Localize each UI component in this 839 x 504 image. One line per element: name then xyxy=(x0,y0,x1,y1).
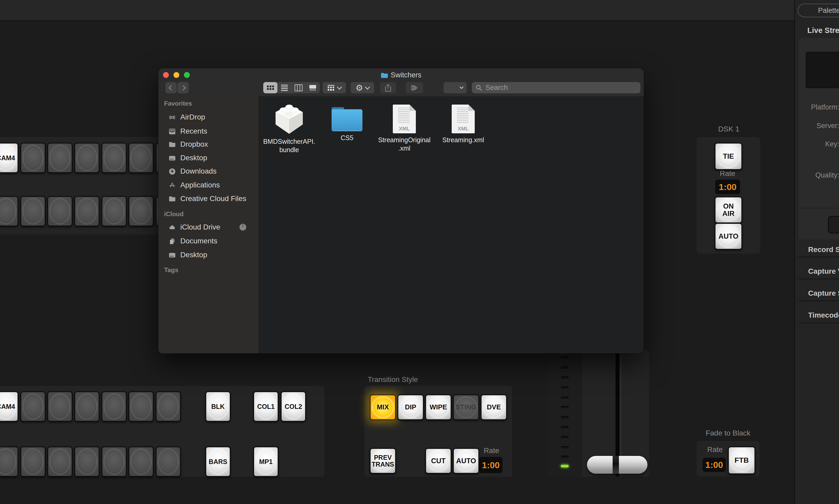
bus-button-blank[interactable] xyxy=(102,143,127,173)
bus-button-blank[interactable] xyxy=(20,391,46,422)
palettes-tab[interactable]: Palettes xyxy=(798,4,839,17)
cut-button[interactable]: CUT xyxy=(425,448,451,474)
bus-button-mp1[interactable]: MP1 xyxy=(253,447,278,477)
bus-button-blank[interactable] xyxy=(129,391,154,422)
bus-button-blank[interactable] xyxy=(102,447,127,477)
transition-style-dip-button[interactable]: DIP xyxy=(397,394,424,420)
sidebar-item-dropbox[interactable]: Dropbox xyxy=(168,138,254,150)
bus-button-blank[interactable] xyxy=(74,143,100,173)
sidebar-item-documents[interactable]: Documents xyxy=(168,235,254,247)
sidebar-item-desktop[interactable]: Desktop xyxy=(168,249,254,261)
file-label: CS5 xyxy=(341,134,354,142)
bus-button-blank[interactable] xyxy=(156,447,181,477)
file-item[interactable]: XML StreamingOriginal.xml xyxy=(373,105,436,152)
sidebar-item-creative-cloud-files[interactable]: Creative Cloud Files xyxy=(168,193,254,205)
dsk1-rate-display[interactable]: 1:00 xyxy=(715,180,740,194)
auto-button[interactable]: AUTO xyxy=(453,448,479,474)
bus-button-CAM4[interactable]: CAM4 xyxy=(0,143,18,173)
list-view-icon xyxy=(281,85,288,91)
sidebar-item-downloads[interactable]: Downloads xyxy=(168,165,254,177)
palette-section-divider xyxy=(799,322,839,324)
icon-view-button[interactable] xyxy=(263,82,277,93)
bus-button-blank[interactable] xyxy=(20,196,46,227)
dsk1-tie-button[interactable]: TIE xyxy=(715,143,742,170)
ftb-rate-display[interactable]: 1:00 xyxy=(703,458,726,472)
gear-icon: ⚙ xyxy=(356,84,363,92)
back-button[interactable] xyxy=(166,82,177,93)
finder-window[interactable]: Switchers ⚙ xyxy=(158,69,644,354)
transition-style-sting-button[interactable]: STING xyxy=(453,394,479,420)
bus-button-col1[interactable]: COL1 xyxy=(253,391,278,422)
sidebar-item-recents[interactable]: Recents xyxy=(168,125,254,137)
column-view-icon xyxy=(295,85,303,91)
dsk1-on-air-button[interactable]: ON AIR xyxy=(715,197,742,223)
view-mode-control[interactable] xyxy=(263,82,320,93)
file-item[interactable]: CS5 xyxy=(315,107,378,142)
bus-button-blank[interactable] xyxy=(102,196,127,227)
fader-led xyxy=(561,446,569,449)
bus-button-blank[interactable] xyxy=(74,447,100,477)
gallery-view-button[interactable] xyxy=(306,82,320,93)
file-item[interactable]: XML Streaming.xml xyxy=(432,105,495,144)
sidebar-item-desktop[interactable]: Desktop xyxy=(168,152,254,164)
transition-style-mix-button[interactable]: MIX xyxy=(370,394,396,420)
bus-button-blank[interactable] xyxy=(74,391,100,422)
search-input[interactable] xyxy=(485,84,622,92)
list-view-button[interactable] xyxy=(277,82,292,93)
ftb-button[interactable]: FTB xyxy=(728,447,755,474)
palette-section-record-st[interactable]: Record St xyxy=(808,246,839,254)
palette-section-capture-s[interactable]: Capture S xyxy=(808,289,839,298)
sidebar-section-favorites: Favorites xyxy=(164,100,192,107)
bus-button-bars[interactable]: BARS xyxy=(205,447,230,477)
bus-button-blank[interactable] xyxy=(74,196,100,227)
action-button[interactable]: ⚙ xyxy=(351,82,374,93)
sidebar-item-applications[interactable]: Applications xyxy=(168,179,254,191)
live-stream-field-label: Quality: xyxy=(796,171,839,179)
transition-style-dve-button[interactable]: DVE xyxy=(481,394,507,420)
finder-content[interactable]: BMDSwitcherAPI.bundle CS5 XML StreamingO… xyxy=(259,96,644,354)
fader-led xyxy=(561,397,569,399)
forward-button[interactable] xyxy=(177,82,189,93)
bus-button-blank[interactable] xyxy=(47,143,72,173)
transition-rate-label: Rate xyxy=(480,447,502,455)
bus-button-blank[interactable] xyxy=(47,196,72,227)
bus-button-blank[interactable] xyxy=(156,391,181,422)
folder-icon xyxy=(168,140,177,148)
desktop-icon xyxy=(168,251,177,259)
bus-button-blank[interactable] xyxy=(129,447,154,477)
bus-button-CAM4[interactable]: CAM4 xyxy=(0,391,18,422)
bus-button-blank[interactable] xyxy=(47,391,72,422)
group-button[interactable] xyxy=(323,82,346,93)
live-stream-button[interactable] xyxy=(828,216,839,233)
sidebar-item-icloud-drive[interactable]: iCloud Drive xyxy=(168,221,254,233)
bus-button-col2[interactable]: COL2 xyxy=(281,391,306,422)
finder-titlebar[interactable]: Switchers ⚙ xyxy=(158,69,644,97)
prev-trans-button[interactable]: PREV TRANS xyxy=(370,448,396,474)
gallery-view-icon xyxy=(309,85,316,90)
sidebar-item-airdrop[interactable]: AirDrop xyxy=(168,111,254,123)
share-button[interactable] xyxy=(380,82,396,93)
dsk1-title: DSK 1 xyxy=(706,125,751,133)
file-item[interactable]: BMDSwitcherAPI.bundle xyxy=(258,103,321,154)
bus-button-blank[interactable] xyxy=(20,143,46,173)
transition-rate-display[interactable]: 1:00 xyxy=(479,457,502,473)
palette-section-capture-v[interactable]: Capture V xyxy=(808,267,839,275)
column-view-button[interactable] xyxy=(292,82,306,93)
bus-button-blank[interactable] xyxy=(0,447,18,477)
bus-button-blank[interactable] xyxy=(0,196,18,227)
palette-section-timecode[interactable]: Timecode xyxy=(808,311,839,320)
search-field[interactable] xyxy=(472,82,640,93)
dsk1-auto-button[interactable]: AUTO xyxy=(715,223,742,250)
live-stream-field-label: Key: xyxy=(796,140,839,148)
bus-button-blank[interactable] xyxy=(47,447,72,477)
ftb-rate-label: Rate xyxy=(705,446,725,454)
transition-style-wipe-button[interactable]: WIPE xyxy=(425,394,451,420)
bus-button-blank[interactable] xyxy=(102,391,127,422)
bus-button-blank[interactable] xyxy=(129,196,154,227)
bus-button-blank[interactable] xyxy=(129,143,154,173)
file-label: BMDSwitcherAPI.bundle xyxy=(263,138,315,154)
search-scope-dropdown[interactable] xyxy=(444,82,467,93)
bus-button-blk[interactable]: BLK xyxy=(205,391,230,422)
tag-button[interactable] xyxy=(406,82,423,93)
bus-button-blank[interactable] xyxy=(20,447,46,477)
